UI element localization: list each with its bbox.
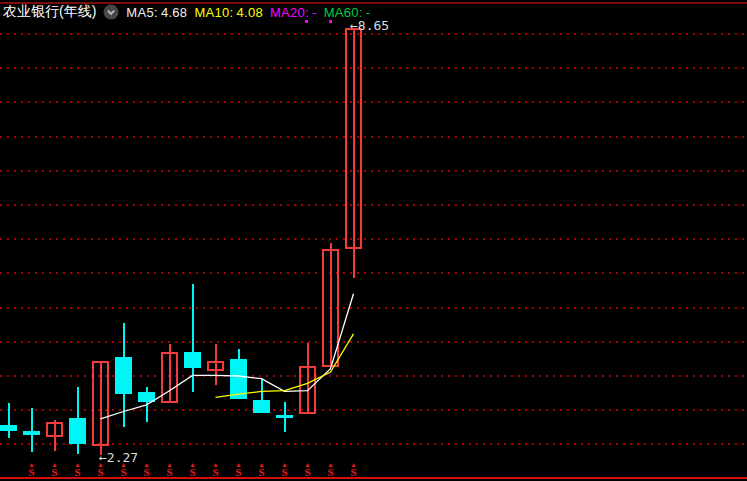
ma20-value: - <box>312 5 317 20</box>
ex-dividend-marker[interactable]: ▲S <box>208 462 224 477</box>
chart-header: 农业银行(年线) MA5:4.68 MA10:4.08 MA20:- MA60:… <box>0 0 747 24</box>
candle-body <box>253 400 270 413</box>
candle-body <box>23 431 40 435</box>
marker-s-glyph: S <box>231 467 247 477</box>
marker-s-glyph: S <box>277 467 293 477</box>
candle-body <box>322 249 339 367</box>
ex-dividend-marker[interactable]: ▲S <box>277 462 293 477</box>
symbol-title: 农业银行(年线) <box>3 3 96 21</box>
marker-s-glyph: S <box>47 467 63 477</box>
grid-line <box>0 170 747 172</box>
marker-s-glyph: S <box>116 467 132 477</box>
indicator-ma60: MA60:- <box>324 5 371 20</box>
candle-body <box>345 28 362 249</box>
ma20-label: MA20: <box>270 5 309 20</box>
candle-body <box>0 425 17 431</box>
ma10-label: MA10: <box>194 5 233 20</box>
ma5-label: MA5: <box>126 5 158 20</box>
grid-line <box>0 67 747 69</box>
marker-s-glyph: S <box>185 467 201 477</box>
low-price-label: ←2.27 <box>99 450 138 465</box>
candlestick-chart[interactable]: ▲S▲S▲S▲S▲S▲S▲S▲S▲S▲S▲S▲S▲S▲S▲S←8.65←2.27 <box>0 0 747 481</box>
candle-body <box>46 422 63 437</box>
indicator-ma10: MA10:4.08 <box>194 5 263 20</box>
grid-line <box>0 136 747 138</box>
grid-line <box>0 307 747 309</box>
candle-body <box>207 361 224 371</box>
chevron-down-icon <box>103 4 119 20</box>
grid-line <box>0 375 747 377</box>
candle-body <box>69 418 86 444</box>
ma5-value: 4.68 <box>161 5 188 20</box>
candle-body <box>299 366 316 414</box>
marker-s-glyph: S <box>70 467 86 477</box>
candle-wick <box>8 403 10 438</box>
ex-dividend-marker[interactable]: ▲S <box>70 462 86 477</box>
candle-body <box>276 415 293 418</box>
grid-line <box>0 238 747 240</box>
ex-dividend-marker[interactable]: ▲S <box>346 462 362 477</box>
grid-line <box>0 341 747 343</box>
marker-s-glyph: S <box>323 467 339 477</box>
ex-dividend-marker[interactable]: ▲S <box>162 462 178 477</box>
stock-chart-app: ▲S▲S▲S▲S▲S▲S▲S▲S▲S▲S▲S▲S▲S▲S▲S←8.65←2.27… <box>0 0 747 481</box>
candle-body <box>230 359 247 399</box>
collapse-indicator-button[interactable] <box>103 4 119 20</box>
marker-s-glyph: S <box>93 467 109 477</box>
ma60-value: - <box>366 5 371 20</box>
ex-dividend-marker[interactable]: ▲S <box>254 462 270 477</box>
grid-line <box>0 33 747 35</box>
marker-s-glyph: S <box>139 467 155 477</box>
ex-dividend-marker[interactable]: ▲S <box>24 462 40 477</box>
ma60-label: MA60: <box>324 5 363 20</box>
marker-s-glyph: S <box>300 467 316 477</box>
marker-s-glyph: S <box>162 467 178 477</box>
grid-line <box>0 101 747 103</box>
ex-dividend-marker[interactable]: ▲S <box>139 462 155 477</box>
grid-line <box>0 272 747 274</box>
ex-dividend-marker[interactable]: ▲S <box>185 462 201 477</box>
candle-body <box>92 361 109 446</box>
candle-body <box>115 357 132 394</box>
marker-s-glyph: S <box>208 467 224 477</box>
ex-dividend-marker[interactable]: ▲S <box>47 462 63 477</box>
candle-wick <box>192 284 194 392</box>
candle-body <box>161 352 178 404</box>
chart-bottom-border <box>0 477 747 479</box>
ex-dividend-marker[interactable]: ▲S <box>300 462 316 477</box>
marker-s-glyph: S <box>346 467 362 477</box>
indicator-ma5: MA5:4.68 <box>126 5 187 20</box>
grid-line <box>0 204 747 206</box>
marker-s-glyph: S <box>254 467 270 477</box>
candle-body <box>138 392 155 402</box>
ex-dividend-marker[interactable]: ▲S <box>323 462 339 477</box>
candle-body <box>184 352 201 368</box>
ma10-value: 4.08 <box>236 5 263 20</box>
ex-dividend-marker[interactable]: ▲S <box>231 462 247 477</box>
marker-s-glyph: S <box>24 467 40 477</box>
grid-line <box>0 409 747 411</box>
grid-line <box>0 443 747 445</box>
indicator-ma20: MA20:- <box>270 5 317 20</box>
